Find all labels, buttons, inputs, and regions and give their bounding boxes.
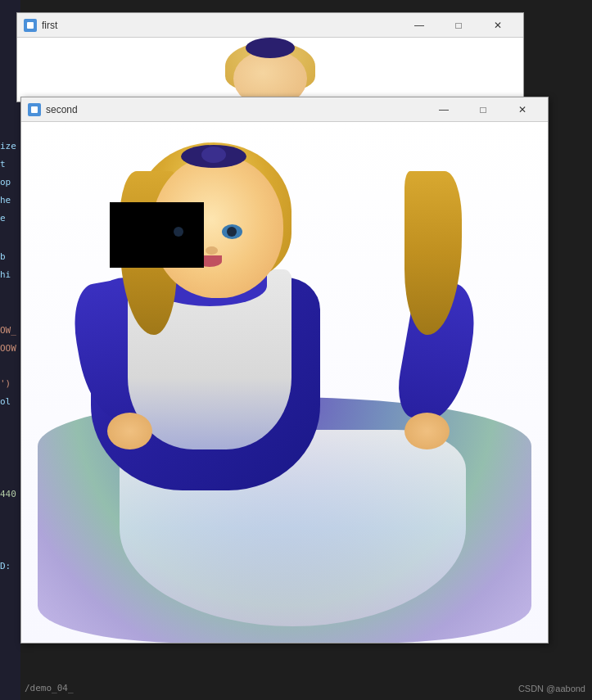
- window-icon-second: [28, 103, 41, 116]
- code-fragment-t: t: [0, 157, 6, 172]
- window-title-first: first: [42, 20, 400, 31]
- window-title-second: second: [46, 104, 425, 115]
- alice-figure: [21, 122, 548, 643]
- window-controls-first[interactable]: — □ ✕: [400, 14, 517, 37]
- close-button-second[interactable]: ✕: [504, 98, 541, 121]
- code-fragment-d: D:: [0, 559, 11, 574]
- window-content-first: [17, 38, 523, 102]
- window-first: first — □ ✕: [16, 12, 524, 102]
- csdn-watermark: CSDN @aabond: [518, 684, 585, 693]
- code-fragment-b: b: [0, 250, 6, 264]
- close-button-first[interactable]: ✕: [479, 14, 517, 37]
- code-fragment-the: he: [0, 193, 11, 208]
- maximize-button-first[interactable]: □: [440, 14, 477, 37]
- code-fragment-440: 440: [0, 487, 16, 502]
- window-icon-first: [24, 19, 37, 32]
- minimize-button-first[interactable]: —: [400, 14, 438, 37]
- maximize-button-second[interactable]: □: [464, 98, 502, 121]
- minimize-button-second[interactable]: —: [425, 98, 463, 121]
- code-fragment-size: ize: [0, 139, 16, 154]
- code-fragment-apos: '): [0, 377, 11, 391]
- censored-rectangle: [110, 202, 204, 268]
- window-content-second: [21, 122, 548, 643]
- code-fragment-op: op: [0, 175, 11, 190]
- titlebar-second[interactable]: second — □ ✕: [21, 97, 548, 122]
- code-fragment-ow: OW_: [0, 323, 16, 338]
- code-fragment-oow: OOW: [0, 341, 16, 356]
- titlebar-first[interactable]: first — □ ✕: [17, 13, 523, 38]
- window-controls-second[interactable]: — □ ✕: [425, 98, 541, 121]
- code-fragment-hi: hi: [0, 268, 11, 282]
- bottom-path: /demo_04_: [25, 683, 74, 693]
- code-sidebar: ize t op he e b hi OW_ OOW ') ol 440 D:: [0, 0, 20, 700]
- window-second: second — □ ✕: [20, 97, 549, 644]
- code-fragment-col: ol: [0, 395, 11, 409]
- code-fragment-e: e: [0, 211, 6, 226]
